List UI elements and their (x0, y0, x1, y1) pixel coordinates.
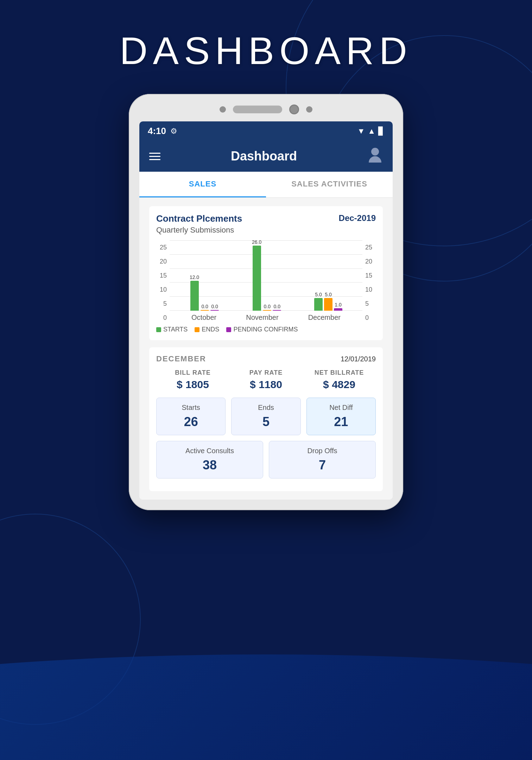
chart-section: Contract Plcements Dec-2019 Quarterly Su… (149, 206, 383, 340)
chart-legend: STARTS ENDS PENDING CONFIRMS (156, 326, 376, 333)
stats-date: 12/01/2019 (341, 355, 376, 363)
net-billrate-item: NET BILLRATE $ 4829 (303, 369, 376, 391)
phone-mockup: 4:10 ⚙ ▼ ▲ ▊ Dashboard (129, 94, 403, 510)
menu-button[interactable] (149, 153, 160, 160)
pay-rate-label: PAY RATE (229, 369, 303, 376)
legend-pending-label: PENDING CONFIRMS (233, 326, 298, 333)
status-time: 4:10 (148, 126, 166, 137)
page-title: DASHBOARD (120, 28, 412, 73)
legend-pending-dot (226, 327, 231, 332)
app-bar-title: Dashboard (231, 149, 297, 164)
x-axis-labels: October November December (170, 311, 362, 322)
net-billrate-label: NET BILLRATE (303, 369, 376, 376)
status-bar-right: ▼ ▲ ▊ (357, 127, 384, 136)
phone-screen: 4:10 ⚙ ▼ ▲ ▊ Dashboard (139, 121, 393, 500)
drop-offs-value: 7 (275, 458, 370, 473)
legend-starts-dot (156, 327, 161, 332)
ends-card: Ends 5 (231, 398, 300, 435)
user-avatar[interactable] (367, 148, 383, 165)
status-bar-left: 4:10 ⚙ (148, 126, 177, 137)
battery-icon: ▊ (378, 127, 384, 136)
bg-circle-3 (0, 514, 141, 725)
legend-ends: ENDS (195, 326, 219, 333)
bars-rebuilt: 12.00.00.026.00.00.05.05.01.0 (170, 239, 362, 311)
stats-section: DECEMBER 12/01/2019 BILL RATE $ 1805 PAY… (149, 347, 383, 491)
legend-starts: STARTS (156, 326, 188, 333)
drop-offs-card: Drop Offs 7 (269, 441, 376, 479)
bill-rate-value: $ 1805 (156, 379, 229, 391)
wifi-icon: ▼ (357, 127, 365, 136)
tab-sales-activities[interactable]: SALES ACTIVITIES (266, 172, 393, 197)
phone-speaker (233, 106, 282, 113)
phone-dot-right (306, 106, 312, 113)
rate-row: BILL RATE $ 1805 PAY RATE $ 1180 NET BIL… (156, 369, 376, 391)
pay-rate-value: $ 1180 (229, 379, 303, 391)
chart-title: Contract Plcements (156, 213, 242, 224)
gear-icon: ⚙ (170, 127, 177, 136)
ends-value: 5 (237, 414, 294, 429)
tab-sales[interactable]: SALES (139, 172, 266, 197)
phone-hardware-top (139, 104, 393, 114)
legend-pending: PENDING CONFIRMS (226, 326, 298, 333)
y-axis-left: 0 5 10 15 20 25 (156, 240, 167, 322)
starts-card: Starts 26 (156, 398, 226, 435)
phone-camera (289, 104, 299, 114)
net-diff-label: Net Diff (312, 404, 370, 412)
stats-month: DECEMBER (156, 354, 206, 363)
chart-subtitle: Quarterly Submissions (156, 226, 376, 235)
bg-wave (0, 584, 532, 760)
x-label-october: October (191, 314, 216, 322)
bar-chart-container: 0 5 10 15 20 25 12.00.00.026.00.00.05.05… (156, 240, 376, 322)
legend-starts-label: STARTS (163, 326, 188, 333)
phone-dot-left (220, 106, 226, 113)
avatar-body (369, 156, 381, 163)
drop-offs-label: Drop Offs (275, 447, 370, 455)
chart-date: Dec-2019 (339, 213, 376, 223)
net-billrate-value: $ 4829 (303, 379, 376, 391)
active-consults-value: 38 (162, 458, 257, 473)
y-axis-right: 0 5 10 15 20 25 (365, 240, 376, 322)
active-consults-card: Active Consults 38 (156, 441, 263, 479)
chart-header: Contract Plcements Dec-2019 (156, 213, 376, 224)
main-content: Contract Plcements Dec-2019 Quarterly Su… (139, 198, 393, 500)
chart-grid-area: 12.00.00.026.00.00.05.05.01.0 (170, 240, 362, 311)
starts-value: 26 (162, 414, 220, 429)
app-bar: Dashboard (139, 141, 393, 172)
net-diff-value: 21 (312, 414, 370, 429)
bill-rate-item: BILL RATE $ 1805 (156, 369, 229, 391)
signal-icon: ▲ (368, 127, 375, 136)
cards-row-2: Active Consults 38 Drop Offs 7 (156, 441, 376, 479)
menu-line-2 (149, 156, 160, 157)
tab-bar: SALES SALES ACTIVITIES (139, 172, 393, 198)
status-bar: 4:10 ⚙ ▼ ▲ ▊ (139, 121, 393, 141)
chart-body: 12.00.00.026.00.00.05.05.01.0 October No… (170, 240, 362, 322)
menu-line-3 (149, 159, 160, 160)
x-label-november: November (246, 314, 278, 322)
net-diff-card: Net Diff 21 (306, 398, 376, 435)
avatar-head (371, 148, 379, 156)
bill-rate-label: BILL RATE (156, 369, 229, 376)
legend-ends-label: ENDS (202, 326, 219, 333)
pay-rate-item: PAY RATE $ 1180 (229, 369, 303, 391)
cards-row-1: Starts 26 Ends 5 Net Diff 21 (156, 398, 376, 435)
active-consults-label: Active Consults (162, 447, 257, 455)
legend-ends-dot (195, 327, 200, 332)
stats-header: DECEMBER 12/01/2019 (156, 354, 376, 363)
phone-body: 4:10 ⚙ ▼ ▲ ▊ Dashboard (129, 94, 403, 510)
x-label-december: December (308, 314, 341, 322)
ends-label: Ends (237, 404, 294, 412)
starts-label: Starts (162, 404, 220, 412)
menu-line-1 (149, 153, 160, 154)
